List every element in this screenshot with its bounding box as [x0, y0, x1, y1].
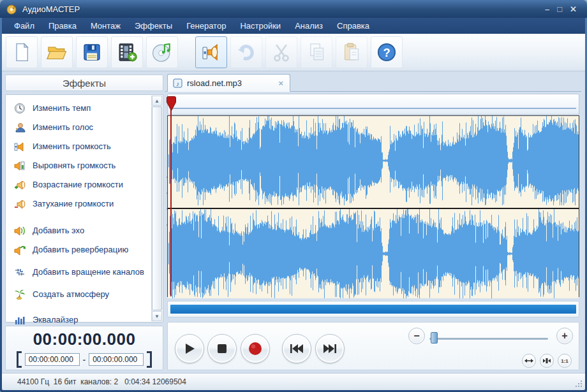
- current-time-display: 00:00:00.000: [6, 330, 163, 349]
- audio-format-status: 44100 Гц 16 бит каналов: 2 0:04:34 12069…: [2, 377, 186, 386]
- waveform-display[interactable]: [167, 115, 579, 297]
- copy-icon: [306, 41, 327, 63]
- cut-button[interactable]: [265, 36, 297, 68]
- normalize-icon: [14, 160, 26, 171]
- time-panel: 00:00:00.000 -: [5, 326, 163, 370]
- video-film-icon: [116, 42, 138, 62]
- playhead-pin[interactable]: [167, 96, 176, 112]
- voice-icon: [14, 122, 26, 133]
- echo-icon: [14, 225, 26, 236]
- tab-bar: ♪ rsload.net.mp3 ×: [165, 73, 581, 92]
- record-button[interactable]: [241, 334, 270, 363]
- close-button[interactable]: ✕: [570, 5, 577, 13]
- menu-bar: Файл Правка Монтаж Эффекты Генератор Нас…: [2, 18, 585, 34]
- copy-button[interactable]: [301, 36, 332, 68]
- app-logo-icon: ♪: [6, 3, 18, 15]
- effect-create-atmosphere[interactable]: Создать атмосферу: [6, 285, 147, 304]
- zoom-in-button[interactable]: +: [556, 328, 573, 344]
- selection-end-input[interactable]: [89, 353, 144, 366]
- menu-settings[interactable]: Настройки: [233, 19, 288, 33]
- scissors-icon: [271, 41, 292, 63]
- scroll-up-button[interactable]: ▲: [152, 96, 162, 106]
- menu-montage[interactable]: Монтаж: [84, 19, 128, 33]
- open-folder-icon: [46, 42, 68, 62]
- zoom-slider-thumb[interactable]: [431, 332, 438, 344]
- fit-width-button[interactable]: [522, 354, 536, 368]
- overview-scrollbar-thumb[interactable]: [170, 305, 576, 314]
- effect-fade-out[interactable]: Затухание громкости: [6, 194, 147, 214]
- effect-fade-in[interactable]: Возрастание громкости: [6, 175, 147, 194]
- menu-effects[interactable]: Эффекты: [128, 19, 179, 33]
- help-button[interactable]: ?: [371, 36, 403, 68]
- tab-rsload-net-mp3[interactable]: ♪ rsload.net.mp3 ×: [167, 74, 290, 92]
- zoom-one-to-one-button[interactable]: 1:1: [558, 354, 572, 368]
- atmosphere-icon: [14, 289, 26, 300]
- maximize-button[interactable]: □: [557, 5, 562, 13]
- svg-text:♪: ♪: [12, 3, 16, 10]
- play-icon: [183, 342, 196, 355]
- reverb-icon: [14, 244, 26, 256]
- selection-start-input[interactable]: [25, 353, 80, 366]
- tab-label: rsload.net.mp3: [187, 78, 272, 88]
- stop-button[interactable]: [207, 334, 237, 363]
- fit-selection-button[interactable]: [540, 354, 554, 368]
- toolbar-separator: [181, 36, 193, 68]
- fit-selection-icon: [542, 358, 551, 364]
- effect-add-reverb[interactable]: Добавить реверберацию: [6, 240, 147, 259]
- menu-edit[interactable]: Правка: [41, 19, 84, 33]
- menu-file[interactable]: Файл: [7, 19, 41, 33]
- equalizer-icon: [14, 314, 26, 326]
- volume-settings-button[interactable]: [195, 36, 227, 68]
- import-from-video-button[interactable]: [111, 36, 143, 68]
- scroll-down-button[interactable]: ▼: [152, 311, 162, 321]
- resize-grip[interactable]: [575, 380, 583, 388]
- transport-panel: − + 1:1: [167, 322, 579, 370]
- timeline-ruler[interactable]: [167, 94, 579, 115]
- effects-list: Изменить темп Изменить голос Изменить гр…: [5, 94, 163, 323]
- effect-normalize-volume[interactable]: Выровнять громкость: [6, 156, 147, 175]
- paste-button[interactable]: [336, 36, 368, 68]
- cd-note-icon: [151, 41, 173, 63]
- selection-bracket-right: [147, 351, 152, 368]
- waveform-channel-left[interactable]: [168, 116, 579, 205]
- play-button[interactable]: [175, 334, 204, 363]
- cd-audio-button[interactable]: [146, 36, 178, 68]
- channel-rotation-icon: [14, 266, 26, 278]
- new-file-button[interactable]: [6, 36, 38, 68]
- zoom-out-button[interactable]: −: [408, 328, 425, 344]
- volume-icon: [14, 141, 26, 152]
- waveform-channel-right[interactable]: [168, 209, 579, 298]
- open-file-button[interactable]: [41, 36, 73, 68]
- svg-text:?: ?: [383, 46, 390, 59]
- menu-help[interactable]: Справка: [330, 19, 376, 33]
- effect-change-voice[interactable]: Изменить голос: [6, 118, 147, 137]
- tab-close-icon[interactable]: ×: [277, 78, 285, 88]
- speaker-mixer-icon: [200, 41, 222, 63]
- skip-end-icon: [323, 344, 337, 354]
- undo-button[interactable]: [230, 36, 262, 68]
- fit-width-icon: [524, 358, 533, 364]
- effect-change-volume[interactable]: Изменить громкость: [6, 137, 147, 156]
- ruler-line: [170, 108, 576, 109]
- save-file-button[interactable]: [76, 36, 108, 68]
- selection-bracket-left: [17, 351, 22, 368]
- zoom-slider-track[interactable]: [429, 338, 548, 340]
- minimize-button[interactable]: –: [545, 5, 549, 13]
- menu-generator[interactable]: Генератор: [179, 19, 233, 33]
- effect-channel-rotation[interactable]: Добавить вращение каналов: [6, 259, 147, 285]
- fade-out-icon: [14, 198, 26, 210]
- effect-change-tempo[interactable]: Изменить темп: [6, 99, 147, 118]
- menu-analysis[interactable]: Анализ: [288, 19, 330, 33]
- effects-panel-header[interactable]: Эффекты: [5, 75, 163, 91]
- skip-to-start-button[interactable]: [282, 334, 311, 363]
- scrollbar-thumb[interactable]: [152, 106, 162, 310]
- paste-clipboard-icon: [341, 41, 362, 63]
- playhead-line[interactable]: [170, 108, 172, 296]
- selection-separator: -: [83, 355, 85, 365]
- overview-scrollbar: [167, 301, 579, 317]
- fade-in-icon: [14, 179, 26, 191]
- stop-icon: [217, 344, 227, 354]
- effect-add-echo[interactable]: Добавить эхо: [6, 221, 147, 240]
- help-icon: ?: [376, 41, 398, 63]
- skip-to-end-button[interactable]: [315, 334, 345, 363]
